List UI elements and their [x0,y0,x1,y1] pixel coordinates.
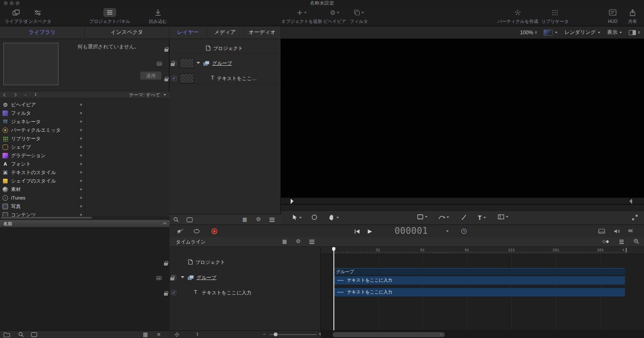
layer-label[interactable]: テキストをここ… [217,75,257,82]
timeline-row-group[interactable]: ✓ グループ [169,272,321,283]
mask-tool[interactable] [498,214,508,219]
view-menu[interactable]: 表示 [607,29,622,36]
disclosure-triangle-icon[interactable] [197,62,200,64]
tab-layers[interactable]: レイヤー [169,26,207,39]
zoom-out-icon[interactable]: − [263,331,266,337]
name-column-header[interactable]: 名前 [0,220,169,227]
activation-checkbox[interactable]: ✓ [172,76,177,81]
library-category-2[interactable]: フィルタ [0,109,85,117]
track-size-stepper[interactable] [197,332,198,336]
library-category-5[interactable]: リプリケータ [0,134,85,143]
library-category-13[interactable]: 写真 [0,202,85,211]
toolbar-inspector-button[interactable]: インスペクタ [24,8,52,24]
layout-split-menu[interactable] [629,30,640,35]
canvas[interactable] [281,39,644,197]
layer-label[interactable]: グループ [212,60,232,66]
rendering-menu[interactable]: レンダリング [564,29,600,36]
timecode-display[interactable]: 000001 [383,226,428,236]
library-category-8[interactable]: Aフォント [0,160,85,168]
search-icon[interactable] [18,332,24,337]
library-category-4[interactable]: パーティクルエミッタ [0,126,85,134]
layers-stack-icon[interactable] [269,218,275,219]
checker-toggle-icon[interactable]: ▩ [242,216,247,222]
scrollbar-thumb[interactable] [333,332,445,337]
minimize-button[interactable] [10,1,14,5]
tab-audio[interactable]: オーディオ [244,26,281,39]
timeline-row-text[interactable]: ✓ T テキストをここに入力 [169,288,321,298]
canvas-mini-timeline[interactable] [281,197,644,205]
toolbar-add-object-button[interactable]: オブジェクトを追加 [283,8,321,24]
activation-checkbox[interactable]: ✓ [171,290,176,295]
grid-view-icon[interactable]: ▦ [143,331,148,338]
timecode-menu-chevron-icon[interactable] [446,230,449,232]
layers-stack-icon[interactable] [309,240,314,241]
toolbar-replicator-button[interactable]: リプリケータ [541,8,569,24]
loop-icon[interactable] [193,229,200,234]
lock-icon[interactable] [171,63,175,66]
timeline-row-label[interactable]: グループ [197,274,217,281]
gear-icon[interactable]: ⚙ [296,238,301,244]
mute-icon[interactable] [177,229,183,234]
go-to-start-button[interactable] [355,229,360,234]
collapse-chevron-icon[interactable] [163,222,167,225]
apply-button[interactable]: 適用 [140,72,161,80]
lock-icon[interactable] [164,49,168,52]
layer-row-text[interactable]: ✓ T テキストをここ… [169,73,281,84]
timeline-zoom-icon[interactable] [633,238,639,244]
pan-tool[interactable] [328,214,339,221]
gear-icon[interactable]: ⚙ [256,216,261,222]
chevron-down-icon[interactable] [164,94,166,96]
play-range-start-marker[interactable] [291,199,291,204]
toolbar-share-button[interactable]: 共有 [624,8,641,24]
library-category-11[interactable]: 素材 [0,185,85,194]
toolbar-hud-button[interactable]: HUD [605,8,620,24]
disclosure-triangle-icon[interactable] [181,276,184,278]
timeline-bar-text[interactable]: テキストをここに入力 [334,288,625,297]
lock-icon[interactable] [170,277,174,280]
preview-frame-icon[interactable] [31,332,37,337]
timeline-row-project[interactable]: プロジェクト [169,257,321,267]
toolbar-behaviors-button[interactable]: ⚙ ビヘイビア [322,8,348,24]
sort-stepper[interactable] [35,93,36,96]
select-tool[interactable] [292,214,302,221]
fullscreen-button[interactable] [632,214,638,221]
checker-toggle-icon[interactable]: ▩ [282,238,287,244]
zoom-window-button[interactable] [16,1,19,5]
forward-arrow-icon[interactable] [13,93,17,97]
timeline-ruler[interactable]: 316191121151181 [321,247,644,254]
library-category-10[interactable]: シェイプのスタイル [0,177,85,185]
theme-filter[interactable]: テーマ: すべて [129,92,160,98]
zoom-slider-knob[interactable] [274,332,278,336]
layer-row-group[interactable]: ✓ グループ [169,58,281,69]
search-icon[interactable] [173,217,179,222]
lock-icon[interactable] [164,293,168,296]
timeline-hscrollbar[interactable] [321,331,644,338]
adjust-tool[interactable] [311,214,317,220]
tab-inspector[interactable]: インスペクタ [85,26,169,39]
track-size-value[interactable]: 小 [175,332,179,338]
library-category-1[interactable]: ⚙ビヘイビア [0,100,85,109]
dash-button[interactable]: - [25,92,26,98]
timeline-row-label[interactable]: プロジェクト [195,259,225,266]
end-marker-icon[interactable] [623,248,627,252]
tab-media[interactable]: メディア [207,26,244,39]
tab-library[interactable]: ライブラリ [0,26,85,39]
audio-icon[interactable] [614,229,621,234]
shape-tool[interactable] [417,214,427,219]
zoom-level-menu[interactable]: 100% [520,30,537,36]
scrollbar-thumb[interactable] [1,217,92,219]
toolbar-import-button[interactable]: 読み込む [147,8,169,24]
library-category-9[interactable]: Aテキストのスタイル [0,168,85,177]
toolbar-project-panel-button[interactable]: プロジェクトパネル [89,8,130,24]
toolbar-filters-button[interactable]: フィルタ [349,8,369,24]
library-category-6[interactable]: シェイプ [0,143,85,151]
preview-frame-icon[interactable] [186,217,193,222]
lock-icon[interactable] [164,263,168,266]
layer-row-project[interactable]: プロジェクト [169,43,281,53]
library-category-3[interactable]: ジェネレータ [0,117,85,126]
new-folder-icon[interactable] [3,332,10,337]
library-category-12[interactable]: ♪iTunes [0,194,85,202]
paint-stroke-tool[interactable] [461,214,466,220]
library-category-7[interactable]: グラデーション [0,151,85,160]
close-button[interactable] [4,1,8,5]
